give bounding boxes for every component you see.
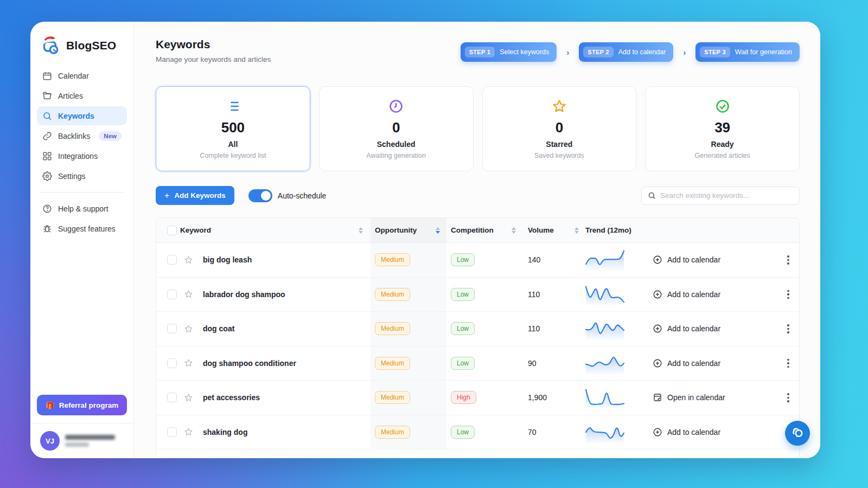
row-checkbox[interactable] bbox=[167, 393, 177, 402]
sidebar-item-keywords[interactable]: Keywords bbox=[37, 106, 127, 125]
plus-circle-icon bbox=[653, 255, 662, 265]
step-2-label: Add to calendar bbox=[618, 48, 666, 56]
add-to-calendar-button[interactable]: Add to calendar bbox=[653, 427, 777, 437]
toolbar: + Add Keywords Auto-schedule bbox=[156, 186, 800, 205]
add-to-calendar-button[interactable]: Add to calendar bbox=[653, 290, 777, 299]
link-icon bbox=[42, 131, 52, 141]
trend-sparkline bbox=[585, 318, 653, 339]
open-in-calendar-button[interactable]: Open in calendar bbox=[653, 393, 777, 402]
sort-icon-active bbox=[436, 227, 440, 234]
action-label: Add to calendar bbox=[667, 324, 720, 333]
sidebar-item-backlinks[interactable]: Backlinks New bbox=[37, 126, 127, 145]
stat-label: Scheduled bbox=[377, 140, 416, 149]
step-3-badge: STEP 3 bbox=[700, 47, 730, 57]
row-checkbox[interactable] bbox=[167, 427, 177, 437]
folder-icon bbox=[42, 91, 52, 101]
add-keywords-button[interactable]: + Add Keywords bbox=[156, 186, 234, 205]
star-outline-icon[interactable] bbox=[180, 393, 196, 402]
page-header: Keywords Manage your keywords and articl… bbox=[156, 38, 800, 63]
sidebar-item-help[interactable]: Help & support bbox=[37, 199, 127, 218]
kebab-icon bbox=[787, 359, 789, 368]
stat-card-starred[interactable]: 0 Starred Saved keywords bbox=[482, 86, 637, 171]
kebab-icon bbox=[787, 393, 789, 402]
volume-cell: 110 bbox=[522, 290, 585, 299]
sidebar-item-settings[interactable]: Settings bbox=[37, 166, 127, 185]
competition-badge: High bbox=[451, 391, 476, 404]
add-keywords-label: Add Keywords bbox=[174, 191, 226, 200]
row-checkbox[interactable] bbox=[167, 358, 177, 368]
sort-icon bbox=[512, 227, 516, 234]
step-1-pill: STEP 1 Select keywords bbox=[461, 42, 557, 62]
star-outline-icon[interactable] bbox=[180, 324, 196, 333]
row-menu-button[interactable] bbox=[777, 255, 799, 265]
competition-badge: Low bbox=[451, 322, 475, 335]
column-header-opportunity[interactable]: Opportunity bbox=[371, 218, 446, 242]
keyword-cell: dog coat bbox=[196, 324, 371, 333]
row-checkbox[interactable] bbox=[167, 324, 177, 333]
search-input[interactable] bbox=[660, 191, 793, 200]
plus-circle-icon bbox=[653, 324, 662, 333]
stat-card-all[interactable]: 500 All Complete keyword list bbox=[156, 86, 310, 171]
row-menu-button[interactable] bbox=[777, 393, 799, 402]
table-row: labrador dog shampoo Medium Low 110 Add … bbox=[156, 278, 799, 312]
clock-icon bbox=[388, 98, 404, 114]
table-header-row: Keyword Opportunity Competition Volume T… bbox=[156, 218, 799, 243]
column-header-trend: Trend (12mo) bbox=[585, 226, 653, 234]
chat-bubbles-icon bbox=[790, 426, 805, 440]
sort-icon bbox=[359, 227, 363, 234]
column-header-keyword[interactable]: Keyword bbox=[180, 226, 371, 234]
sidebar-item-articles[interactable]: Articles bbox=[37, 86, 127, 105]
page-title: Keywords bbox=[156, 38, 271, 51]
column-header-volume[interactable]: Volume bbox=[522, 226, 585, 234]
trend-sparkline bbox=[585, 387, 653, 408]
page-subtitle: Manage your keywords and articles bbox=[156, 55, 271, 63]
opportunity-badge: Medium bbox=[375, 253, 410, 266]
step-3-label: Wait for generation bbox=[735, 48, 792, 56]
trend-sparkline bbox=[585, 352, 653, 374]
row-checkbox[interactable] bbox=[167, 255, 177, 265]
grid-icon bbox=[42, 151, 52, 161]
stat-card-scheduled[interactable]: 0 Scheduled Awaiting generation bbox=[319, 86, 474, 171]
star-outline-icon[interactable] bbox=[180, 427, 196, 436]
sidebar-item-integrations[interactable]: Integrations bbox=[37, 146, 127, 165]
stat-value: 39 bbox=[714, 119, 730, 136]
user-profile[interactable]: VJ bbox=[37, 423, 127, 451]
action-label: Add to calendar bbox=[667, 255, 720, 264]
row-menu-button[interactable] bbox=[777, 290, 799, 299]
chevron-right-icon: › bbox=[566, 48, 569, 57]
opportunity-badge: Medium bbox=[375, 322, 410, 335]
chat-widget-button[interactable] bbox=[785, 421, 810, 446]
row-checkbox[interactable] bbox=[167, 290, 177, 299]
table-row: big dog leash Medium Low 140 Add to cale… bbox=[156, 243, 799, 278]
action-label: Add to calendar bbox=[667, 290, 720, 299]
star-outline-icon[interactable] bbox=[180, 290, 196, 299]
keywords-table: Keyword Opportunity Competition Volume T… bbox=[156, 217, 800, 457]
auto-schedule-toggle[interactable] bbox=[248, 189, 272, 202]
help-icon bbox=[42, 204, 52, 214]
add-to-calendar-button[interactable]: Add to calendar bbox=[653, 358, 777, 368]
calendar-edit-icon bbox=[653, 393, 662, 402]
kebab-icon bbox=[787, 324, 789, 333]
add-to-calendar-button[interactable]: Add to calendar bbox=[653, 324, 777, 333]
check-circle-icon bbox=[715, 98, 730, 114]
add-to-calendar-button[interactable]: Add to calendar bbox=[653, 255, 777, 265]
stat-value: 0 bbox=[392, 119, 400, 136]
select-all-checkbox[interactable] bbox=[167, 226, 177, 235]
trend-sparkline bbox=[585, 421, 653, 443]
star-outline-icon[interactable] bbox=[180, 255, 196, 265]
star-outline-icon[interactable] bbox=[180, 358, 196, 368]
column-header-competition[interactable]: Competition bbox=[446, 226, 522, 234]
row-menu-button[interactable] bbox=[777, 359, 799, 368]
sidebar-item-calendar[interactable]: Calendar bbox=[37, 66, 127, 85]
referral-label: Referral program bbox=[59, 401, 119, 409]
stat-sublabel: Saved keywords bbox=[534, 152, 584, 159]
table-row: pet accessories Medium High 1,900 Open i… bbox=[156, 381, 799, 415]
volume-cell: 90 bbox=[522, 359, 585, 368]
stat-card-ready[interactable]: 39 Ready Generated articles bbox=[645, 86, 800, 171]
referral-program-button[interactable]: 🎁 Referral program bbox=[37, 395, 127, 415]
gear-icon bbox=[42, 171, 52, 181]
table-row-partial bbox=[156, 450, 799, 457]
sidebar-item-suggest[interactable]: Suggest features bbox=[37, 219, 127, 238]
table-row: dog shampoo conditioner Medium Low 90 Ad… bbox=[156, 346, 799, 381]
row-menu-button[interactable] bbox=[777, 324, 799, 333]
